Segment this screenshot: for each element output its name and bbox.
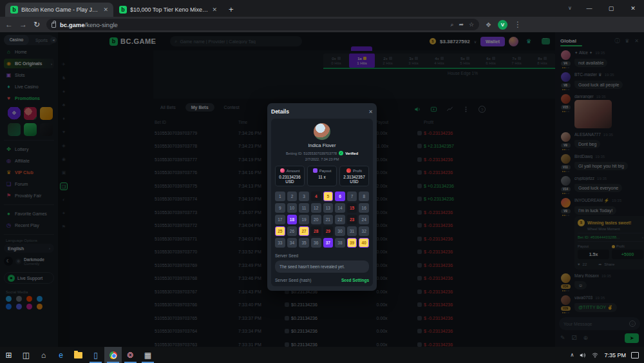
keno-tile: 7 xyxy=(347,191,357,201)
keno-tile: 3 xyxy=(299,191,309,201)
app-icon xyxy=(109,351,117,359)
keno-tile: 8 xyxy=(359,191,369,201)
app-icon: ◫ xyxy=(23,351,30,359)
tab-close-icon[interactable]: ✕ xyxy=(212,6,217,13)
keno-tile: 19 xyxy=(299,215,309,224)
betting-id: Betting ID: 51055307039703778 xyxy=(286,152,337,155)
keno-tile: 35 xyxy=(299,238,309,248)
keno-tile: 18 xyxy=(287,215,298,224)
taskbar-app-icon[interactable]: ◫ xyxy=(17,347,35,363)
details-modal: Details ✕ Indica Flover Betting ID: 5105… xyxy=(267,103,377,291)
keno-tile: 1 xyxy=(275,191,285,201)
window-controls: ∨ — ▢ ✕ xyxy=(562,0,644,17)
app-icon: ▦ xyxy=(144,351,151,359)
stat-icon xyxy=(346,168,351,173)
tab-favicon-icon: b xyxy=(10,6,18,14)
keno-tile: 25 xyxy=(275,226,285,236)
browser-toolbar: ← → ↻ bc.game/keno-single ⌕ ➦ ☆ ❖ V ⋮ xyxy=(0,17,644,32)
keno-tile: 27 xyxy=(299,226,309,236)
taskbar-app-icon[interactable] xyxy=(70,347,87,363)
tab-list: b Bitcoin Keno Game - Play Jacks o ✕ b $… xyxy=(5,3,222,17)
stat-label: Payout xyxy=(319,169,332,173)
keno-tile: 9 xyxy=(275,203,285,213)
taskbar-app-icon[interactable]: ⊞ xyxy=(0,347,17,363)
taskbar-app-icon[interactable] xyxy=(104,347,122,363)
minimize-button[interactable]: — xyxy=(578,0,600,17)
stat-icon xyxy=(313,168,317,173)
player-name: Indica Flover xyxy=(275,142,369,148)
stat-label: Profit xyxy=(353,169,362,173)
close-button[interactable]: ✕ xyxy=(622,0,644,17)
stat-box: Amount 0.23134236 USD xyxy=(275,166,305,186)
keno-tile: 15 xyxy=(347,203,357,213)
tray-expand-icon[interactable]: ∧ xyxy=(571,352,574,358)
modal-close-icon[interactable]: ✕ xyxy=(368,109,373,115)
url-text: bc.game/keno-single xyxy=(60,21,118,28)
keno-tile: 23 xyxy=(347,215,357,224)
server-seed-value: The seed hasn't been revealed yet. xyxy=(275,260,369,273)
refresh-icon[interactable]: ↻ xyxy=(33,20,40,29)
keno-tile: 11 xyxy=(299,203,309,213)
keno-tile: 34 xyxy=(287,238,298,248)
lock-icon xyxy=(52,23,56,28)
keno-tile: 40 xyxy=(359,238,369,248)
action-center-icon[interactable] xyxy=(631,352,639,358)
taskbar-app-icon[interactable]: ❂ xyxy=(122,347,139,363)
stat-icon xyxy=(280,168,285,173)
bookmark-star-icon[interactable]: ☆ xyxy=(469,21,474,28)
keno-tile: 10 xyxy=(287,203,298,213)
new-tab-button[interactable]: + xyxy=(229,5,234,14)
stat-label: Amount xyxy=(287,169,300,173)
taskbar-app-icon[interactable]: ⌂ xyxy=(35,347,52,363)
taskbar-app-icon[interactable]: ▦ xyxy=(139,347,156,363)
clock[interactable]: 7:35 PM xyxy=(604,352,626,358)
volume-icon[interactable] xyxy=(579,352,586,358)
keno-grid: 1 2 3 4 5 6 7 8 9 10 xyxy=(275,191,369,248)
keno-tile: 31 xyxy=(347,226,357,236)
browser-tab[interactable]: b Bitcoin Keno Game - Play Jacks o ✕ xyxy=(5,3,113,17)
taskbar-app-icon[interactable]: e xyxy=(52,347,70,363)
back-icon[interactable]: ← xyxy=(5,20,13,29)
verified-label[interactable]: Verified xyxy=(345,152,358,155)
seed-settings-link[interactable]: Seed Settings xyxy=(341,278,369,282)
tab-search-icon[interactable]: ∨ xyxy=(562,0,578,17)
verified-check-icon: ✓ xyxy=(339,151,343,155)
address-bar[interactable]: bc.game/keno-single ⌕ ➦ ☆ xyxy=(46,19,479,30)
keno-tile: 39 xyxy=(347,238,357,248)
maximize-button[interactable]: ▢ xyxy=(600,0,622,17)
tab-title: $10,000 Top Tier Keno Mixed Ch xyxy=(130,6,209,13)
taskbar-apps: ⊞ ◫ ⌂ e ▯ xyxy=(0,347,156,363)
keno-tile: 38 xyxy=(335,238,345,248)
app-icon: ▯ xyxy=(93,351,98,359)
keno-tile: 22 xyxy=(335,215,345,224)
stat-value: 2.31342357 USD xyxy=(341,175,367,184)
keno-tile: 13 xyxy=(323,203,334,213)
browser-tab[interactable]: b $10,000 Top Tier Keno Mixed Ch ✕ xyxy=(114,3,222,17)
windows-taskbar: ⊞ ◫ ⌂ e ▯ xyxy=(0,347,644,363)
tab-close-icon[interactable]: ✕ xyxy=(103,6,108,13)
app-icon xyxy=(74,352,82,358)
keno-tile: 24 xyxy=(359,215,369,224)
keno-tile: 32 xyxy=(359,226,369,236)
system-tray: ∧ 7:35 PM xyxy=(571,352,644,358)
extensions-icon[interactable]: ❖ xyxy=(486,21,491,28)
keno-tile: 33 xyxy=(275,238,285,248)
browser-tabstrip: b Bitcoin Keno Game - Play Jacks o ✕ b $… xyxy=(0,0,644,17)
tab-favicon-icon: b xyxy=(119,6,127,14)
keno-tile: 21 xyxy=(323,215,334,224)
keno-tile: 14 xyxy=(335,203,345,213)
app-icon: e xyxy=(59,351,63,359)
menu-kebab-icon[interactable]: ⋮ xyxy=(514,20,522,29)
app-icon: ❂ xyxy=(127,351,133,359)
profile-avatar[interactable]: V xyxy=(498,20,507,30)
network-wifi-icon[interactable] xyxy=(591,352,599,358)
keno-tile: 2 xyxy=(287,191,298,201)
share-icon[interactable]: ➦ xyxy=(459,21,464,28)
taskbar-app-icon[interactable]: ▯ xyxy=(87,347,104,363)
server-seed-hash-label: Server Seed (hash) xyxy=(275,278,311,282)
keno-tile: 37 xyxy=(323,238,334,248)
stat-value: 0.23134236 USD xyxy=(277,175,303,184)
search-icon[interactable]: ⌕ xyxy=(450,21,453,28)
forward-icon[interactable]: → xyxy=(19,20,27,29)
keno-tile: 26 xyxy=(287,226,298,236)
